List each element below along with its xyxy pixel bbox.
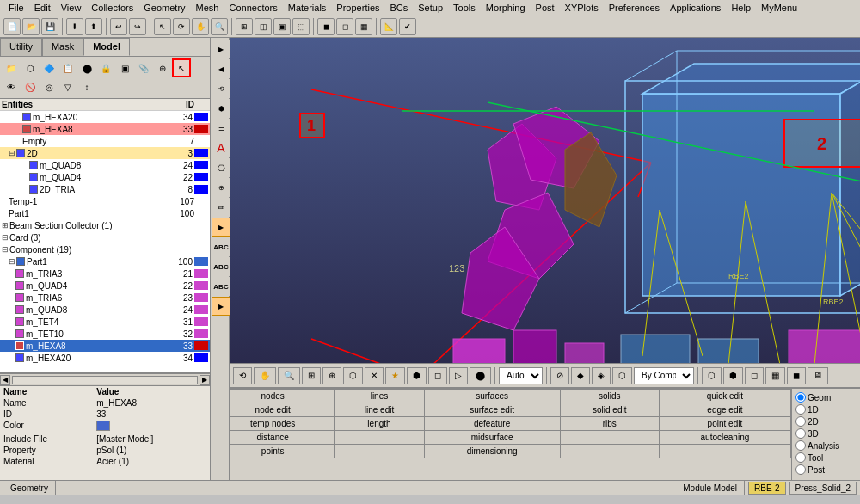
menu-mymenu[interactable]: MyMenu: [756, 2, 802, 14]
tb-render2[interactable]: ◻: [336, 18, 353, 35]
vp-btn-x5[interactable]: ◼: [787, 367, 806, 384]
tree-row[interactable]: m_TET10 32: [0, 328, 210, 340]
func-edge-edit[interactable]: edge edit: [659, 403, 790, 417]
icon-system[interactable]: ⊕: [153, 58, 172, 77]
tb-view2[interactable]: ▣: [273, 18, 291, 35]
func-solid-edit[interactable]: solid edit: [560, 403, 659, 417]
func-surface-edit[interactable]: surface edit: [424, 403, 560, 417]
menu-bcs[interactable]: BCs: [385, 2, 414, 14]
option-tool[interactable]: Tool: [796, 452, 857, 463]
strip-icon-abc1[interactable]: ABC: [212, 237, 230, 256]
tb-check[interactable]: ✔: [399, 18, 416, 35]
vp-btn-star[interactable]: ★: [385, 367, 405, 384]
horizontal-scrollbar[interactable]: ◀ ▶: [0, 373, 210, 385]
icon-material[interactable]: 🔷: [40, 58, 58, 77]
menu-mesh[interactable]: Mesh: [191, 2, 224, 14]
scroll-right[interactable]: ▶: [200, 375, 210, 385]
menu-preferences[interactable]: Preferences: [604, 2, 665, 14]
strip-icon-3[interactable]: ⟲: [212, 79, 230, 98]
option-2d[interactable]: 2D: [796, 416, 857, 427]
func-length[interactable]: length: [335, 417, 424, 431]
func-nodes[interactable]: nodes: [212, 390, 335, 403]
strip-icon-11[interactable]: ▶: [212, 297, 230, 316]
expand-icon[interactable]: ⊟: [9, 149, 15, 157]
icon-constraint[interactable]: 🔒: [96, 58, 115, 77]
scroll-track[interactable]: [12, 376, 198, 384]
vp-btn-x1[interactable]: ⬡: [702, 367, 722, 384]
func-dimensioning[interactable]: dimensioning: [424, 445, 560, 458]
func-midsurface[interactable]: midsurface: [424, 431, 560, 445]
radio-1d[interactable]: [796, 404, 806, 415]
vp-btn-shape3[interactable]: ◈: [592, 367, 611, 384]
func-autocleanup[interactable]: autocleaning: [659, 431, 790, 445]
option-3d[interactable]: 3D: [796, 428, 857, 439]
tree-row[interactable]: m_HEXA8 33: [0, 340, 210, 352]
vp-btn-wire[interactable]: ◻: [428, 367, 447, 384]
strip-icon-4[interactable]: ⬢: [212, 99, 230, 118]
vp-btn-center[interactable]: ⊕: [322, 367, 341, 384]
vp-btn-shape1[interactable]: ⊘: [550, 367, 569, 384]
tree-row[interactable]: Empty 7: [0, 135, 210, 147]
menu-applications[interactable]: Applications: [665, 2, 726, 14]
tree-row[interactable]: m_QUAD4 22: [0, 171, 210, 183]
expand-icon[interactable]: ⊟: [9, 257, 15, 266]
tb-zoom[interactable]: 🔍: [211, 18, 228, 35]
strip-icon-abc2[interactable]: ABC: [212, 257, 230, 276]
vp-btn-zoom[interactable]: 🔍: [278, 367, 300, 384]
tree-row[interactable]: ⊞ Beam Section Collector (1): [0, 219, 210, 231]
tb-save[interactable]: 💾: [41, 18, 58, 35]
menu-xyplots[interactable]: XYPlots: [560, 2, 604, 14]
tb-render1[interactable]: ◼: [317, 18, 335, 35]
radio-3d[interactable]: [796, 428, 806, 439]
tree-row[interactable]: m_QUAD8 24: [0, 304, 210, 316]
strip-icon-9[interactable]: ✏: [212, 198, 230, 217]
menu-properties[interactable]: Properties: [331, 2, 384, 14]
tree-row[interactable]: Temp-1 107: [0, 195, 210, 207]
icon-eye[interactable]: 👁: [2, 77, 21, 96]
menu-help[interactable]: Help: [726, 2, 756, 14]
tb-export[interactable]: ⬆: [85, 18, 102, 35]
tb-view3[interactable]: ⬚: [292, 18, 310, 35]
menu-materials[interactable]: Materials: [283, 2, 332, 14]
icon-isolate[interactable]: ◎: [40, 77, 58, 96]
func-node-edit[interactable]: node edit: [212, 403, 335, 417]
tb-view1[interactable]: ◫: [255, 18, 272, 35]
strip-icon-6[interactable]: A: [212, 138, 230, 157]
tb-import[interactable]: ⬇: [66, 18, 83, 35]
vp-btn-rotate[interactable]: ⟲: [233, 367, 252, 384]
option-geom[interactable]: Geom: [796, 392, 857, 403]
tree-row[interactable]: m_TET4 31: [0, 316, 210, 328]
tab-model[interactable]: Model: [83, 38, 130, 56]
tb-pan[interactable]: ✋: [192, 18, 209, 35]
tree-row[interactable]: m_TRIA3 21: [0, 267, 210, 280]
menu-view[interactable]: View: [56, 2, 87, 14]
menu-file[interactable]: File: [3, 2, 29, 14]
tab-mask[interactable]: Mask: [42, 38, 83, 56]
tree-row[interactable]: 2D_TRIA 8: [0, 183, 210, 195]
radio-post[interactable]: [796, 464, 806, 475]
func-quick-edit[interactable]: quick edit: [659, 390, 790, 403]
radio-tool[interactable]: [796, 452, 806, 463]
func-defeature[interactable]: defeature: [424, 417, 560, 431]
tb-fit[interactable]: ⊞: [236, 18, 253, 35]
vp-btn-x4[interactable]: ▦: [765, 367, 785, 384]
strip-icon-8[interactable]: ⊕: [212, 178, 230, 197]
tree-row[interactable]: m_HEXA20 34: [0, 111, 210, 123]
tree-row[interactable]: m_QUAD4 22: [0, 280, 210, 292]
radio-2d[interactable]: [796, 416, 806, 427]
menu-morphing[interactable]: Morphing: [481, 2, 531, 14]
vp-btn-mesh[interactable]: ⬡: [343, 367, 363, 384]
expand-icon[interactable]: ⊞: [2, 221, 9, 230]
vp-btn-point[interactable]: ⬤: [470, 367, 491, 384]
tb-rotate[interactable]: ⟳: [173, 18, 190, 35]
tree-panel[interactable]: Entities ID m_HEXA20 34 m_HEXA8 33: [0, 99, 210, 373]
vp-btn-shape4[interactable]: ⬡: [612, 367, 632, 384]
func-point-edit[interactable]: point edit: [659, 417, 790, 431]
icon-filter[interactable]: ▽: [58, 77, 77, 96]
radio-analysis[interactable]: [796, 440, 806, 451]
func-lines[interactable]: lines: [335, 390, 424, 403]
option-post[interactable]: Post: [796, 464, 857, 475]
icon-hide[interactable]: 🚫: [21, 77, 40, 96]
tree-row[interactable]: m_HEXA8 33: [0, 123, 210, 135]
menu-collectors[interactable]: Collectors: [86, 2, 138, 14]
